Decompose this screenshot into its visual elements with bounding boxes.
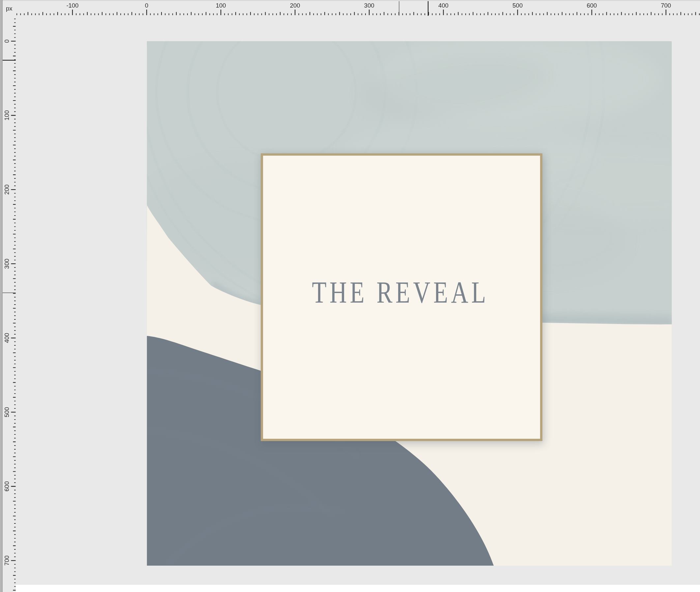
svg-text:0: 0	[145, 2, 148, 9]
svg-text:0: 0	[3, 40, 10, 43]
svg-text:100: 100	[216, 2, 226, 9]
svg-text:600: 600	[3, 481, 10, 491]
svg-text:400: 400	[438, 2, 449, 9]
svg-text:300: 300	[3, 259, 10, 269]
svg-text:600: 600	[587, 2, 597, 9]
svg-text:700: 700	[3, 555, 10, 565]
svg-text:500: 500	[512, 2, 523, 9]
svg-text:THE REVEAL: THE REVEAL	[312, 275, 489, 309]
svg-text:300: 300	[364, 2, 374, 9]
svg-text:100: 100	[3, 110, 10, 120]
svg-text:200: 200	[290, 2, 300, 9]
svg-text:500: 500	[3, 407, 10, 417]
svg-text:px: px	[6, 5, 12, 12]
svg-text:700: 700	[661, 2, 671, 9]
svg-text:-100: -100	[66, 2, 79, 9]
svg-text:200: 200	[3, 185, 10, 195]
svg-text:400: 400	[3, 333, 10, 343]
